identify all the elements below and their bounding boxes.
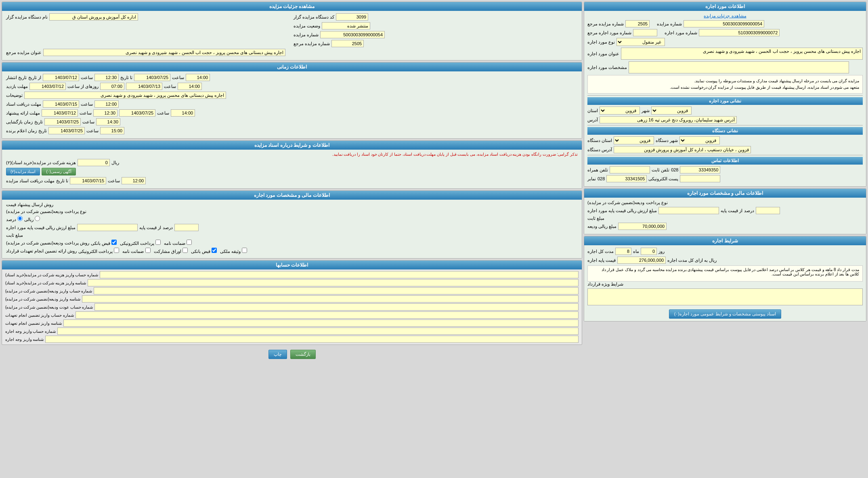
mohlat-bazdid-saat-from[interactable]: [100, 83, 124, 90]
asnad-btn[interactable]: اسناد پیوستی مشخصات و شرایط عمومی مورد ا…: [669, 309, 782, 319]
payment-electroni-taahod-label[interactable]: پرداخت الکترونیکی: [78, 248, 119, 254]
account-input-1[interactable]: [88, 279, 579, 286]
zamanat-name-taahod-label[interactable]: ضمانت نامه: [122, 248, 150, 254]
account-input-2[interactable]: [94, 287, 579, 294]
zamanat-name-taahod-cb[interactable]: [145, 248, 151, 253]
zaman-eelam-date[interactable]: [48, 127, 85, 134]
hesabha-section: اطلاعات حسابها شماره حساب واریز هزینه شر…: [2, 260, 582, 345]
shenavar-mazayade-input[interactable]: [683, 20, 764, 27]
riali-radio[interactable]: [35, 216, 40, 221]
zaman-bazdid-date[interactable]: [44, 118, 81, 125]
account-input-0[interactable]: [100, 271, 579, 278]
darshad-payeh-input[interactable]: [174, 224, 199, 231]
hezine-input[interactable]: [78, 159, 110, 166]
shenavar-right-input[interactable]: [320, 31, 385, 38]
shenavar-moraje-ejare-input[interactable]: [633, 29, 657, 36]
modat-roz-input[interactable]: [641, 248, 657, 255]
shahr-dastgah-select[interactable]: قزوین: [679, 136, 720, 144]
vaziat-input[interactable]: [322, 22, 370, 29]
mohlat-bazdid-from[interactable]: [29, 83, 66, 90]
zaman-bazdid-saat[interactable]: [96, 118, 120, 125]
account-input-4[interactable]: [94, 303, 579, 311]
zamanat-name-vadieah-cb[interactable]: [187, 240, 192, 245]
tarikh-enteshar-saat-to[interactable]: [186, 74, 210, 81]
account-input-3[interactable]: [82, 295, 579, 303]
gheymat-input[interactable]: [617, 257, 666, 264]
shahr-select[interactable]: قزوین: [651, 106, 692, 115]
mohlat-asnad-to-date[interactable]: [43, 100, 79, 108]
ghan-banki-vadieah-cb[interactable]: [111, 240, 117, 245]
ghan-banki-taahod-label[interactable]: قبض بانکی: [191, 248, 217, 254]
noe-morad-select[interactable]: غیر منقول: [616, 38, 665, 46]
ravesh-eraeah-row: وثیقه ملکی قبض بانکی اوراق مشارکت ض: [6, 248, 578, 254]
adress-dastgah-input[interactable]: [614, 146, 751, 153]
shenavar-morad-ejare-label: شماره مورد اجاره: [665, 30, 697, 35]
mablagh-sabit-right-row: مبلغ ثابت: [6, 233, 578, 238]
tarikh-enteshar-from[interactable]: [43, 74, 79, 81]
akahi-btn[interactable]: آگهی رسمی(۰): [42, 168, 75, 175]
tozih-input[interactable]: [24, 92, 226, 99]
shenavar-moraje-input[interactable]: [625, 20, 650, 27]
payment-electroni-taahod-cb[interactable]: [114, 248, 119, 253]
ostan-select[interactable]: قزوین: [600, 106, 640, 115]
tozieh-label: نوع پرداخت ودیعه(تضمین شرکت در مزایده): [587, 200, 668, 205]
post-val[interactable]: [680, 175, 720, 182]
mohlat-bazdid-to[interactable]: [126, 83, 162, 90]
darshad-radio-label[interactable]: درصد: [6, 216, 23, 222]
darshad-input[interactable]: [756, 207, 780, 214]
modat-mah-input[interactable]: [615, 248, 631, 255]
tarikh-enteshar-saat-from[interactable]: [94, 74, 119, 81]
vaghineh-taahod-cb[interactable]: [242, 248, 247, 253]
hezine-row: ریال هزینه شرکت در مزایده(خرید اسناد)(۲): [6, 159, 578, 166]
mohlat-bazdid-saat-to[interactable]: [178, 83, 202, 90]
adress-input[interactable]: [600, 116, 737, 123]
darshad-radio[interactable]: [17, 216, 23, 221]
payment-electroni-vadieah-cb[interactable]: [155, 240, 161, 245]
zaman-eelam-saat[interactable]: [100, 127, 124, 134]
print-btn[interactable]: چاپ: [268, 350, 287, 359]
mablagh-arzesh-input[interactable]: [77, 224, 138, 231]
onvan-morad-textarea[interactable]: اجاره پیش دبستانی های محسن پرویز ، حجت ا…: [621, 48, 863, 60]
ghan-banki-taahod-cb[interactable]: [212, 248, 217, 253]
awragh-mosharekat-taahod-cb[interactable]: [182, 248, 188, 253]
moshakhasat-textarea[interactable]: [629, 61, 849, 73]
mablagh-input[interactable]: [658, 207, 719, 214]
sharayet-viz-textarea[interactable]: [587, 288, 863, 305]
account-input-5[interactable]: [75, 311, 579, 319]
namobar-val[interactable]: [606, 175, 647, 182]
mohlat-asnad-saat[interactable]: [94, 100, 119, 108]
riali-radio-label[interactable]: ریالی: [24, 216, 40, 222]
account-input-6[interactable]: [63, 319, 579, 327]
onvan-input[interactable]: [43, 49, 285, 56]
tel-hamrah-val[interactable]: [610, 166, 650, 173]
mohlat-eraeah-saat-from[interactable]: [93, 109, 117, 117]
mohlat-eraeah-from[interactable]: [42, 109, 78, 117]
mohlat-eraeah-saat-to[interactable]: [171, 109, 195, 117]
awragh-mosharekat-taahod-label[interactable]: اوراق مشارکت: [154, 248, 188, 254]
moshakhasat-label: مشخصات مورد اجاره: [587, 65, 627, 70]
shenavar-moraje-right-input[interactable]: [331, 40, 364, 47]
mohlat-daryaft-date[interactable]: [70, 177, 106, 184]
tel-sabit-val[interactable]: [680, 166, 720, 173]
ostan-dastgah-select[interactable]: قزوین: [614, 136, 654, 144]
mohlat-daryaft-saat[interactable]: [122, 177, 146, 184]
back-btn[interactable]: بازگشت: [290, 350, 316, 359]
shenavar-moraje-right-row: شماره مزایده مرجع: [294, 40, 578, 47]
zamanat-name-vadieah-label[interactable]: ضمانت نامه: [164, 240, 192, 246]
mazayade-link[interactable]: مشاهده جزئیات مزایده: [704, 13, 746, 18]
vaghineh-taahod-label[interactable]: وثیقه ملکی: [220, 248, 247, 254]
shenavar-morad-ejare-input[interactable]: [699, 29, 780, 36]
mohlat-eraeah-to[interactable]: [119, 109, 155, 117]
mablagh-riali-input[interactable]: [618, 223, 667, 230]
ghan-banki-vadieah-label[interactable]: قبض بانکی: [91, 240, 117, 246]
tarikh-enteshar-row: ساعت تا تاریخ ساعت از تاریخ تاریخ انتشار: [6, 74, 578, 81]
asnad-right-btn[interactable]: اسناد مزایده(۲): [6, 168, 40, 175]
tarikh-enteshar-to[interactable]: [134, 74, 170, 81]
ravesh-ersal-label: روش ارسال پیشنهاد قیمت: [6, 202, 53, 207]
account-input-7[interactable]: [57, 328, 579, 335]
kod-input[interactable]: [336, 13, 368, 21]
name-input[interactable]: [49, 13, 138, 21]
payment-electroni-vadieah-label[interactable]: پرداخت الکترونیکی: [120, 240, 161, 246]
modat-row: روز ماه مدت کل اجاره: [587, 248, 863, 255]
account-input-8[interactable]: [45, 336, 579, 343]
